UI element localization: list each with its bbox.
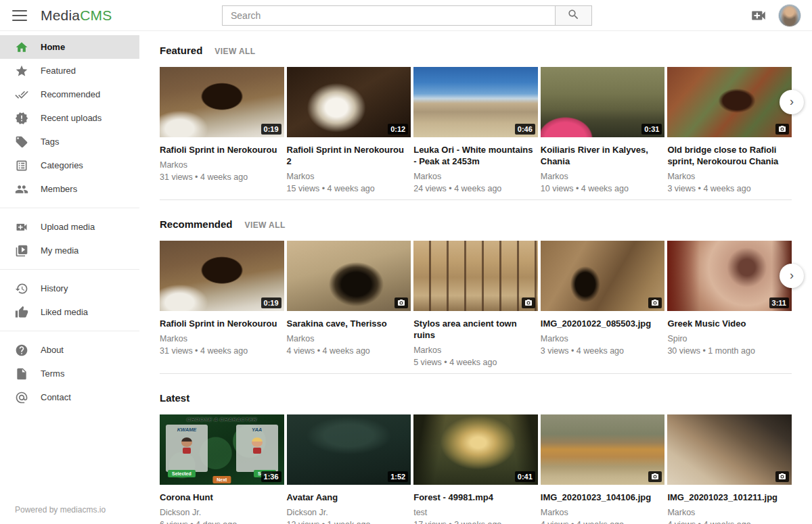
app-logo[interactable]: MediaCMS [41,7,112,24]
media-card[interactable]: 0:19Rafioli Sprint in NerokourouMarkos31… [160,67,284,194]
media-meta: 17 views • 3 weeks ago [413,520,538,524]
sidebar-item-label: Liked media [41,307,88,317]
sidebar-item-home[interactable]: Home [0,35,139,59]
media-thumbnail[interactable]: CHOOSE A CHARACTERKWAMEYAASelectedSelect… [160,414,284,485]
media-meta: 6 views • 4 days ago [160,520,284,524]
media-author[interactable]: Markos [413,346,538,356]
media-card[interactable]: 0:41Forest - 49981.mp4test17 views • 3 w… [413,414,538,524]
media-card[interactable]: IMG_20201023_101211.jpgMarkos4 views • 4… [667,414,792,524]
sidebar-item-categories[interactable]: Categories [0,153,139,177]
sidebar-item-contact[interactable]: Contact [0,385,139,409]
media-author[interactable]: Dickson Jr. [160,508,284,518]
media-meta: 31 views • 4 weeks ago [160,346,284,356]
media-title[interactable]: IMG_20201023_104106.jpg [541,492,665,503]
media-thumbnail[interactable] [541,414,665,485]
view-all-link[interactable]: VIEW ALL [215,47,255,56]
media-card[interactable]: Sarakina cave, TherissoMarkos4 views • 4… [287,241,411,368]
media-title[interactable]: Sarakina cave, Therisso [287,318,411,329]
media-card[interactable]: 0:31Koiliaris River in Kalyves, ChaniaMa… [541,67,665,194]
sidebar-item-recent-uploads[interactable]: Recent uploads [0,106,139,130]
media-title[interactable]: IMG_20201022_085503.jpg [541,318,665,329]
media-author[interactable]: Markos [287,172,411,182]
media-card[interactable]: 0:46Leuka Ori - White mountains - Peak a… [413,67,538,194]
media-card[interactable]: Old bridge close to Rafioli sprint, Nero… [667,67,792,194]
media-author[interactable]: Markos [667,172,792,182]
media-author[interactable]: Spiro [667,334,792,344]
media-thumbnail[interactable]: 0:41 [413,414,538,485]
media-title[interactable]: Greek Music Video [667,318,792,329]
media-card[interactable]: 0:19Rafioli Sprint in NerokourouMarkos31… [160,241,284,368]
hamburger-menu-icon[interactable] [12,10,27,21]
media-thumbnail[interactable]: 1:52 [287,414,411,485]
sidebar-item-label: Categories [41,160,83,170]
sidebar-item-about[interactable]: About [0,338,139,362]
sidebar-item-featured[interactable]: Featured [0,59,139,82]
search-input[interactable] [222,5,555,26]
media-card[interactable]: IMG_20201022_085503.jpgMarkos3 views • 4… [541,241,665,368]
media-author[interactable]: Markos [160,334,284,344]
media-author[interactable]: Markos [160,160,284,170]
sidebar-item-liked-media[interactable]: Liked media [0,300,139,324]
photo-icon [648,297,662,308]
media-title[interactable]: Leuka Ori - White mountains - Peak at 24… [413,144,538,167]
media-card[interactable]: 1:52Avatar AangDickson Jr.12 views • 1 w… [287,414,411,524]
media-author[interactable]: Markos [541,508,665,518]
media-author[interactable]: Dickson Jr. [287,508,411,518]
duration-badge: 0:46 [515,124,535,135]
character-body [253,448,261,454]
media-title[interactable]: Forest - 49981.mp4 [413,492,538,503]
media-title[interactable]: Old bridge close to Rafioli sprint, Nero… [667,144,792,167]
media-thumbnail[interactable]: 0:46 [413,67,538,137]
media-title[interactable]: Corona Hunt [160,492,284,503]
logo-media: Media [41,7,80,23]
upload-media-icon[interactable] [750,7,767,24]
media-thumbnail[interactable]: 3:11 [667,241,792,311]
media-thumbnail[interactable] [667,67,792,137]
top-header: MediaCMS [0,0,812,31]
search-button[interactable] [555,5,592,26]
sidebar-item-upload-media[interactable]: Upload media [0,215,139,239]
media-title[interactable]: Stylos area ancient town ruins [413,318,538,341]
media-thumbnail[interactable]: 0:12 [287,67,411,137]
media-author[interactable]: Markos [413,172,538,182]
media-meta: 4 views • 4 weeks ago [541,520,665,524]
media-thumbnail[interactable] [287,241,411,311]
sidebar-item-my-media[interactable]: My media [0,239,139,262]
content-sections: FeaturedVIEW ALL0:19Rafioli Sprint in Ne… [160,31,792,524]
photo-icon [394,297,408,308]
media-section: RecommendedVIEW ALL0:19Rafioli Sprint in… [160,200,792,374]
sidebar-item-history[interactable]: History [0,277,139,300]
media-thumbnail[interactable]: 0:19 [160,67,284,137]
carousel-next-button[interactable]: › [780,264,804,288]
sidebar-item-members[interactable]: Members [0,177,139,201]
media-card[interactable]: 3:11Greek Music VideoSpiro30 views • 1 m… [667,241,792,368]
media-title[interactable]: Rafioli Sprint in Nerokourou [160,318,284,329]
media-title[interactable]: Avatar Aang [287,492,411,503]
media-card[interactable]: IMG_20201023_104106.jpgMarkos4 views • 4… [541,414,665,524]
media-thumbnail[interactable] [667,414,792,485]
media-thumbnail[interactable] [413,241,538,311]
media-title[interactable]: Koiliaris River in Kalyves, Chania [541,144,665,167]
media-title[interactable]: Rafioli Sprint in Nerokourou [160,144,284,156]
media-card[interactable]: Stylos area ancient town ruinsMarkos5 vi… [413,241,538,368]
sidebar-item-recommended[interactable]: Recommended [0,82,139,106]
sidebar-item-terms[interactable]: Terms [0,362,139,385]
media-title[interactable]: IMG_20201023_101211.jpg [667,492,792,503]
media-meta: 5 views • 4 weeks ago [413,358,538,368]
media-thumbnail[interactable] [541,241,665,311]
sidebar-item-tags[interactable]: Tags [0,130,139,153]
media-author[interactable]: Markos [541,334,665,344]
media-author[interactable]: Markos [667,508,792,518]
user-avatar[interactable] [778,4,801,27]
carousel-next-button[interactable]: › [780,90,804,114]
media-author[interactable]: Markos [541,172,665,182]
media-thumbnail[interactable]: 0:31 [541,67,665,137]
media-card[interactable]: 0:12Rafioli Sprint in Nerokourou 2Markos… [287,67,411,194]
media-author[interactable]: test [413,508,538,518]
media-title[interactable]: Rafioli Sprint in Nerokourou 2 [287,144,411,167]
media-card[interactable]: CHOOSE A CHARACTERKWAMEYAASelectedSelect… [160,414,284,524]
media-author[interactable]: Markos [287,334,411,344]
duration-badge: 0:41 [515,471,535,482]
view-all-link[interactable]: VIEW ALL [245,220,286,230]
media-thumbnail[interactable]: 0:19 [160,241,284,311]
